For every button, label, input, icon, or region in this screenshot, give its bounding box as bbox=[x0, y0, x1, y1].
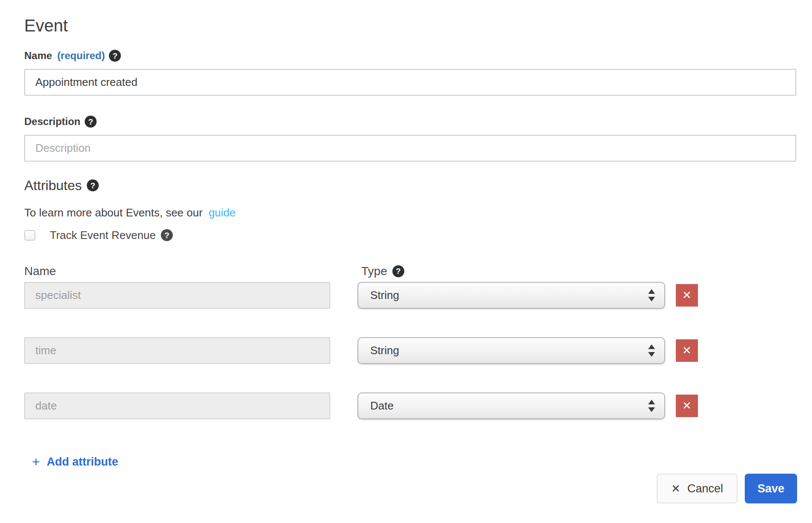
page-title: Event bbox=[24, 15, 812, 36]
track-event-revenue-label: Track Event Revenue bbox=[50, 229, 156, 242]
select-arrows-icon bbox=[648, 400, 655, 412]
track-event-revenue-checkbox[interactable] bbox=[24, 230, 35, 241]
type-help-icon[interactable]: ? bbox=[392, 265, 404, 277]
attribute-name-input bbox=[24, 282, 330, 309]
save-button[interactable]: Save bbox=[745, 474, 797, 503]
form-actions: ✕ Cancel Save bbox=[24, 474, 797, 503]
attribute-rows: String ✕ String ✕ Date ✕ bbox=[24, 282, 812, 419]
attributes-section-title: Attributes ? bbox=[24, 177, 812, 194]
select-arrows-icon bbox=[648, 344, 655, 357]
cancel-label: Cancel bbox=[687, 482, 723, 495]
attribute-name-input bbox=[24, 337, 330, 364]
learn-more-text: To learn more about Events, see our bbox=[24, 206, 203, 219]
attribute-type-value: Date bbox=[370, 399, 394, 412]
learn-more-row: To learn more about Events, see ourguide bbox=[24, 206, 812, 219]
attribute-row: String ✕ bbox=[24, 282, 812, 309]
attribute-type-select[interactable]: String bbox=[357, 337, 665, 364]
track-revenue-help-icon[interactable]: ? bbox=[161, 229, 173, 241]
name-help-icon[interactable]: ? bbox=[109, 50, 121, 62]
x-icon: ✕ bbox=[682, 344, 692, 357]
event-form-page: Event Name (required) ? Description ? At… bbox=[0, 0, 812, 503]
cancel-x-icon: ✕ bbox=[671, 482, 680, 495]
attribute-type-select[interactable]: Date bbox=[357, 392, 665, 419]
attributes-heading: Attributes bbox=[24, 177, 82, 194]
attribute-type-select[interactable]: String bbox=[357, 282, 665, 309]
remove-attribute-button[interactable]: ✕ bbox=[676, 284, 698, 307]
name-field-label-row: Name (required) ? bbox=[24, 49, 812, 62]
attribute-row: Date ✕ bbox=[24, 392, 812, 419]
select-arrows-icon bbox=[648, 289, 655, 301]
attribute-name-input bbox=[24, 392, 330, 419]
attribute-name-column-header: Name bbox=[24, 264, 357, 279]
event-description-input[interactable] bbox=[24, 135, 796, 162]
attribute-type-column-header: Type ? bbox=[357, 264, 404, 279]
x-icon: ✕ bbox=[682, 289, 692, 302]
attributes-help-icon[interactable]: ? bbox=[87, 179, 99, 191]
guide-link[interactable]: guide bbox=[209, 206, 236, 219]
plus-icon: + bbox=[32, 455, 40, 469]
attribute-type-value: String bbox=[370, 344, 399, 357]
name-field-label: Name bbox=[24, 49, 52, 62]
description-field-label: Description bbox=[24, 115, 80, 128]
add-attribute-button[interactable]: + Add attribute bbox=[32, 455, 118, 469]
add-attribute-label: Add attribute bbox=[47, 455, 118, 469]
attribute-column-headers: Name Type ? bbox=[24, 264, 812, 279]
description-help-icon[interactable]: ? bbox=[85, 116, 97, 128]
attribute-type-column-label: Type bbox=[361, 264, 387, 279]
required-note: (required) bbox=[57, 49, 105, 62]
x-icon: ✕ bbox=[682, 399, 692, 412]
attribute-type-value: String bbox=[370, 289, 399, 302]
track-revenue-row: Track Event Revenue ? bbox=[24, 228, 812, 242]
remove-attribute-button[interactable]: ✕ bbox=[676, 339, 698, 362]
attribute-row: String ✕ bbox=[24, 337, 812, 364]
cancel-button[interactable]: ✕ Cancel bbox=[657, 474, 738, 503]
event-name-input[interactable] bbox=[24, 69, 796, 96]
description-field-label-row: Description ? bbox=[24, 115, 812, 128]
remove-attribute-button[interactable]: ✕ bbox=[676, 395, 698, 417]
